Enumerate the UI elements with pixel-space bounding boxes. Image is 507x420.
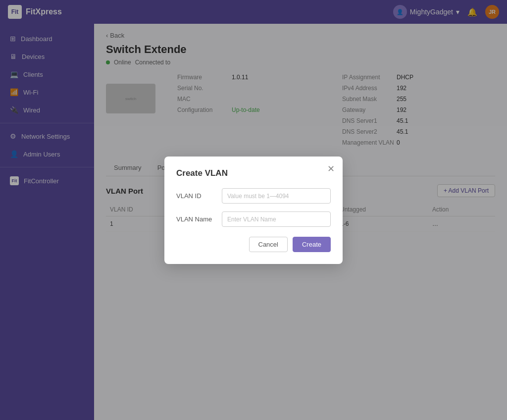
vlan-id-row: VLAN ID	[176, 188, 331, 204]
vlan-name-label: VLAN Name	[176, 215, 216, 223]
modal-actions: Cancel Create	[176, 237, 331, 252]
vlan-name-input[interactable]	[222, 211, 331, 227]
vlan-id-label: VLAN ID	[176, 192, 216, 200]
vlan-id-input[interactable]	[222, 188, 331, 204]
modal-overlay: Create VLAN ✕ VLAN ID VLAN Name Cancel C…	[0, 0, 507, 420]
cancel-button[interactable]: Cancel	[249, 237, 288, 252]
modal-close-button[interactable]: ✕	[327, 164, 335, 173]
modal-title: Create VLAN	[176, 168, 331, 178]
create-vlan-modal: Create VLAN ✕ VLAN ID VLAN Name Cancel C…	[164, 157, 343, 264]
create-button[interactable]: Create	[293, 237, 331, 252]
vlan-name-row: VLAN Name	[176, 211, 331, 227]
